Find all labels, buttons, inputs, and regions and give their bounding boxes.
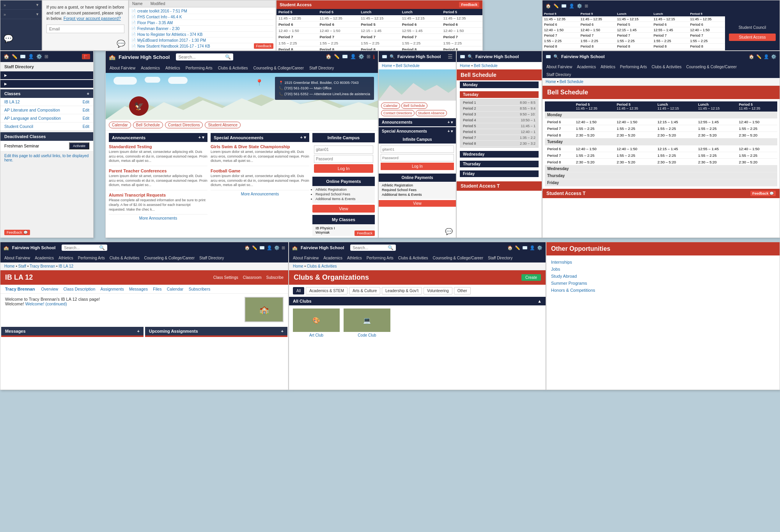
special-announcements-section-header[interactable]: Special Announcements + ▾ [379, 127, 456, 135]
nav-athletics[interactable]: Athletics [58, 256, 73, 260]
chat-icon[interactable]: 💬 [4, 34, 13, 43]
add-announcement-icon[interactable]: + ▾ [199, 135, 204, 140]
nav-about[interactable]: About Fairview [4, 256, 30, 260]
nav-arrow-2[interactable]: » ▾ [0, 10, 42, 19]
search-field[interactable] [64, 246, 99, 250]
announcements-section-header[interactable]: Announcements + ▾ [379, 118, 456, 126]
hamburger-menu-icon[interactable]: ☰ [448, 53, 453, 60]
nav-counseling[interactable]: Counseling & College/Career [144, 256, 195, 260]
home-icon[interactable]: 🏠 [245, 245, 250, 250]
list-item[interactable]: 📄New Student Handbook 2016-17 - 174 KB [131, 43, 273, 49]
staff-link[interactable]: Staff [18, 264, 26, 268]
nav-performing[interactable]: Performing Arts [367, 256, 394, 260]
home-icon[interactable]: 🏠 [507, 245, 513, 250]
home-link[interactable]: Home [546, 80, 556, 84]
class-list-item[interactable]: AP Literature and Composition Edit [0, 106, 93, 114]
ic-login-button[interactable]: Log In [314, 164, 373, 173]
nav-about[interactable]: About Fairview [293, 256, 319, 260]
quick-link-calendar[interactable]: Calendar [109, 122, 131, 128]
ic-widget-username[interactable] [381, 145, 454, 153]
add-message-icon[interactable]: + [137, 329, 140, 333]
nav-counseling[interactable]: Counseling & College/Career [433, 256, 483, 260]
nav-about[interactable]: About Fairview [110, 66, 135, 70]
feedback-button[interactable]: Feedback [355, 231, 375, 236]
teacher-name[interactable]: Tracy Brennan [5, 287, 35, 291]
clubs-search[interactable]: 🔍 [350, 245, 396, 251]
tab-overview[interactable]: Overview [41, 287, 58, 291]
chip-bell[interactable]: Bell Schedule [401, 103, 427, 109]
home-link[interactable]: Home [460, 64, 470, 68]
feedback-button[interactable]: Feedback 💬 [750, 191, 776, 196]
list-item[interactable]: 📄Floor Plan - 3:35 AM [131, 20, 273, 26]
add-class-icon[interactable]: + [87, 91, 89, 96]
tab-files[interactable]: Files [153, 287, 161, 291]
email-icon[interactable]: ✉️ [342, 54, 348, 60]
class-list-item[interactable]: Student Council Edit [0, 122, 93, 131]
nav-about[interactable]: About Fairview [546, 65, 572, 69]
search-icon[interactable]: 🔍 [225, 54, 231, 60]
home-icon[interactable]: 🏠 [749, 54, 754, 59]
nav-staff[interactable]: Staff Directory [488, 256, 512, 260]
search-field[interactable] [353, 246, 388, 250]
class-search[interactable]: 🔍 [62, 245, 107, 251]
edit-icon[interactable]: ✏️ [515, 245, 520, 250]
subscribe-link[interactable]: Subscribe [266, 275, 284, 280]
nav-academics[interactable]: Academics [35, 256, 54, 260]
teacher-link[interactable]: Tracy Brennan [30, 264, 55, 268]
add-special-icon[interactable]: + ▾ [300, 135, 306, 140]
settings-icon[interactable]: ⚙️ [358, 54, 364, 60]
nav-clubs[interactable]: Clubs & Activities [652, 65, 682, 69]
grid-icon[interactable]: ⊞ [282, 245, 285, 250]
email-field[interactable] [46, 25, 124, 33]
grid-icon[interactable]: ⊞ [367, 54, 370, 60]
user-icon[interactable]: 👤 [267, 245, 272, 250]
nav-athletics[interactable]: Athletics [165, 66, 180, 70]
other-link-summer[interactable]: Summer Programs [551, 280, 775, 287]
tab-assignments[interactable]: Assignments [101, 287, 124, 291]
nav-performing-arts[interactable]: Performing Arts [186, 66, 213, 70]
nav-academics[interactable]: Academics [323, 256, 342, 260]
chat-icon-2[interactable]: 💬 [117, 39, 125, 48]
feedback-btn[interactable]: Feedback [459, 2, 479, 7]
forgot-password-link[interactable]: Forgot your account password? [64, 16, 121, 21]
edit-icon[interactable]: ✏️ [252, 245, 257, 250]
tab-description[interactable]: Class Description [64, 287, 96, 291]
search-input[interactable] [178, 55, 225, 59]
settings-icon[interactable]: ⚙️ [274, 245, 280, 250]
expand-icon[interactable]: + ▾ [447, 129, 453, 133]
class-name-link[interactable]: AP Language and Composition [4, 116, 83, 121]
nav-clubs[interactable]: Clubs & Activities [218, 66, 248, 70]
ic-username-field[interactable] [314, 145, 373, 154]
user-icon[interactable]: 👤 [764, 54, 769, 59]
view-payments-button[interactable]: View [312, 205, 375, 213]
nav-clubs[interactable]: Clubs & Activities [110, 256, 140, 260]
other-link-internships[interactable]: Internships [551, 259, 775, 266]
info-icon[interactable]: ℹ [373, 54, 375, 60]
filter-academics[interactable]: Academics & STEM [306, 287, 347, 294]
nav-academics[interactable]: Academics [577, 65, 596, 69]
nav-staff[interactable]: Staff Directory [309, 66, 334, 70]
more-announcements-link[interactable]: More Announcements [109, 216, 207, 220]
user-icon[interactable]: 👤 [530, 245, 535, 250]
nav-athletics[interactable]: Athletics [601, 65, 615, 69]
class-list-item[interactable]: IB LA 12 Edit [0, 98, 93, 106]
nav-performing[interactable]: Performing Arts [620, 65, 647, 69]
activate-button[interactable]: Activate [69, 142, 89, 149]
tab-calendar[interactable]: Calendar [167, 287, 184, 291]
filter-leadership[interactable]: Leadership & Gov't [382, 287, 422, 294]
class-settings-link[interactable]: Class Settings [213, 275, 238, 280]
class-edit-link[interactable]: Edit [83, 100, 89, 104]
chip-contact[interactable]: Contact Directions [381, 110, 415, 116]
nav-counseling[interactable]: Counseling & College/Career [253, 66, 304, 70]
class-name-link[interactable]: IB LA 12 [4, 99, 83, 104]
quick-link-contact[interactable]: Contact Directions [165, 122, 203, 128]
continued-link[interactable]: Welcome! (continued) [25, 301, 67, 306]
club-card[interactable]: 🎨 Art Club [293, 309, 340, 337]
class-list-item[interactable]: AP Language and Composition Edit [0, 114, 93, 122]
nav-arrow-1[interactable]: » ▾ [0, 0, 42, 10]
home-link[interactable]: Home [293, 264, 303, 268]
chip-absence[interactable]: Student Absence [416, 110, 447, 116]
bell-schedule-link[interactable]: Bell Schedule [560, 80, 583, 84]
list-item[interactable]: 📄How to Register for Athletics - 374 KB [131, 32, 273, 37]
feedback-button[interactable]: Feedback 💬 [4, 230, 30, 235]
